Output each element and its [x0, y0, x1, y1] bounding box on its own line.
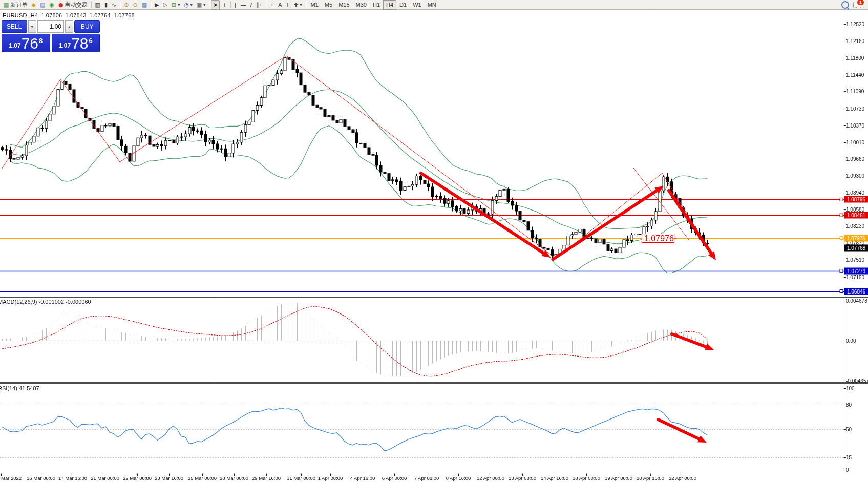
- bar-chart-type-icon: ▥: [95, 1, 100, 9]
- fibonacci-icon[interactable]: ≡F: [264, 0, 276, 10]
- time-axis-label: 22 Apr 00:00: [669, 475, 696, 481]
- timeframe-button-m1[interactable]: M1: [308, 0, 322, 10]
- price-badge: 1.06846: [844, 288, 868, 295]
- shapes-icon-dropdown[interactable]: ▾: [300, 3, 302, 7]
- price-badge: 1.08795: [844, 196, 868, 203]
- text-icon: A: [278, 1, 282, 9]
- new-chart-icon[interactable]: ⊞▾: [170, 0, 182, 10]
- timeframe-button-d1[interactable]: D1: [396, 0, 410, 10]
- periods-icon[interactable]: ◔▾: [182, 0, 195, 10]
- timeframe-button-h1[interactable]: H1: [370, 0, 383, 10]
- volume-decrease-button[interactable]: ▼: [28, 20, 36, 33]
- search-button[interactable]: [839, 0, 851, 10]
- zoom-in-icon[interactable]: ⊕: [122, 0, 131, 10]
- ask-price-button[interactable]: 1.07 78 6: [52, 34, 100, 52]
- tile-windows-icon: ▦: [142, 1, 147, 9]
- autotrading-button: ●: [58, 1, 63, 9]
- bar-chart-type-icon[interactable]: ▥: [93, 0, 102, 10]
- trendline-icon[interactable]: ∕: [248, 0, 254, 10]
- time-axis-label: 6 Apr 00:00: [382, 475, 407, 481]
- notifications-button[interactable]: 1: [851, 0, 863, 10]
- chart-ohlc-header: EURUSD-,H41.078061.078431.077641.07768: [3, 12, 138, 18]
- close-value: 1.07768: [114, 12, 135, 18]
- time-axis-label: 25 Mar 00:00: [188, 475, 217, 481]
- price-axis-tick: 1.11090: [846, 89, 864, 94]
- rsi-indicator-label: RSI(14) 41.5487: [0, 385, 39, 391]
- sell-button[interactable]: SELL: [2, 20, 27, 33]
- signals-icon: ◉: [49, 1, 54, 9]
- cursor-icon[interactable]: ➤: [211, 0, 220, 10]
- timeframe-button-w1[interactable]: W1: [410, 0, 425, 10]
- timeframe-button-m5[interactable]: M5: [322, 0, 335, 10]
- text-label-icon[interactable]: T: [284, 0, 292, 10]
- rsi-axis-tick: 50: [846, 426, 852, 432]
- bid-pip-digit: 8: [39, 37, 43, 45]
- crosshair-icon: +: [222, 1, 226, 9]
- cursor-icon: ➤: [213, 1, 218, 9]
- price-chart-canvas[interactable]: [0, 0, 868, 482]
- ask-big-digits: 78: [71, 36, 88, 51]
- price-axis-tick: 1.08230: [846, 223, 864, 229]
- timeframe-button-h4[interactable]: H4: [383, 0, 396, 10]
- chart-shift-icon[interactable]: ▷: [161, 0, 170, 10]
- equidistant-channel-icon-sub: E: [260, 3, 262, 7]
- zoom-out-icon[interactable]: ⊖: [131, 0, 139, 10]
- time-axis-label: 18 Apr 00:00: [573, 475, 600, 481]
- time-axis-label: 1 Apr 08:00: [318, 475, 343, 481]
- market-watch-icon[interactable]: ◆: [29, 0, 37, 10]
- equidistant-channel-icon[interactable]: ∥E: [254, 0, 264, 10]
- price-axis-tick: 1.08940: [846, 190, 864, 196]
- price-axis-tick: 1.11440: [846, 72, 864, 78]
- main-toolbar: ▦新订单◆▤◉●自动交易▥▮∿⊕⊖▦▶▷⊞▾◔▾▣▾➤+|—∕∥E≡FAT✚▾M…: [0, 0, 868, 10]
- horizontal-line-icon[interactable]: —: [238, 0, 248, 10]
- time-axis-label: Mar 2022: [1, 475, 22, 481]
- price-axis-tick: 1.10370: [846, 122, 864, 128]
- time-axis-label: 7 Apr 08:00: [414, 475, 439, 481]
- shapes-icon: ✚: [293, 1, 298, 9]
- crosshair-icon[interactable]: +: [220, 0, 228, 10]
- trendline-icon: ∕: [250, 1, 252, 9]
- new-chart-icon-dropdown[interactable]: ▾: [178, 3, 180, 7]
- candlestick-chart-type-icon: ▮: [104, 1, 108, 9]
- time-axis-label: 29 Mar 16:00: [252, 475, 281, 481]
- price-axis-tick: 1.09660: [846, 156, 864, 161]
- autotrading-button-label: 自动交易: [65, 1, 88, 9]
- auto-scroll-icon[interactable]: ▶: [153, 0, 161, 10]
- bid-price-button[interactable]: 1.07 76 8: [2, 34, 50, 52]
- timeframe-button-m15[interactable]: M15: [335, 0, 352, 10]
- volume-increase-button[interactable]: ▲: [65, 20, 73, 33]
- price-axis-tick: 1.09300: [846, 173, 864, 178]
- signals-icon[interactable]: ◉: [47, 0, 56, 10]
- timeframe-button-m30[interactable]: M30: [353, 0, 370, 10]
- ask-prefix: 1.07: [59, 42, 71, 49]
- price-axis-tick: 1.10730: [846, 106, 864, 111]
- fibonacci-icon: ≡: [266, 1, 271, 9]
- zoom-in-icon: ⊕: [124, 1, 129, 9]
- price-axis-tick: 1.12160: [846, 38, 864, 44]
- rsi-axis-tick: 100: [846, 386, 855, 391]
- fibonacci-icon-sub: F: [271, 3, 274, 7]
- high-value: 1.07843: [65, 12, 86, 18]
- time-axis-label: 17 Mar 16:00: [58, 475, 87, 481]
- timeframe-button-mn[interactable]: MN: [425, 0, 439, 10]
- vertical-line-icon[interactable]: |: [232, 0, 239, 10]
- price-level-tag[interactable]: 1.07976: [642, 234, 674, 243]
- buy-button[interactable]: BUY: [74, 20, 100, 33]
- toolbar-separator: [91, 1, 92, 8]
- price-axis-tick: 1.11800: [846, 55, 864, 61]
- autotrading-button[interactable]: ●自动交易: [56, 0, 90, 10]
- mt4-application-window: ▦新订单◆▤◉●自动交易▥▮∿⊕⊖▦▶▷⊞▾◔▾▣▾➤+|—∕∥E≡FAT✚▾M…: [0, 0, 868, 482]
- volume-input[interactable]: [37, 20, 64, 33]
- line-chart-type-icon[interactable]: ∿: [110, 0, 118, 10]
- periods-icon-dropdown[interactable]: ▾: [190, 3, 193, 7]
- shapes-icon[interactable]: ✚▾: [291, 0, 304, 10]
- rsi-axis-tick: 15: [846, 455, 852, 460]
- text-icon[interactable]: A: [276, 0, 284, 10]
- new-order-button[interactable]: ▦新订单: [2, 0, 29, 10]
- templates-icon[interactable]: ▣▾: [195, 0, 207, 10]
- candlestick-chart-type-icon[interactable]: ▮: [102, 0, 110, 10]
- auto-scroll-icon: ▶: [155, 1, 159, 9]
- tile-windows-icon[interactable]: ▦: [140, 0, 149, 10]
- terminal-icon[interactable]: ▤: [38, 0, 47, 10]
- templates-icon-dropdown[interactable]: ▾: [203, 3, 205, 7]
